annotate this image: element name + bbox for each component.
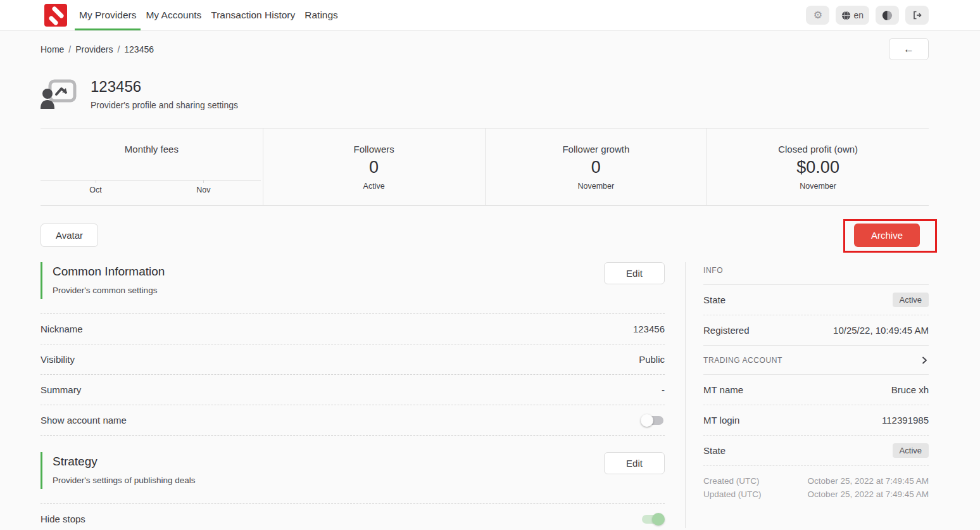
stat-caption: November: [800, 182, 836, 191]
section-subtitle: Provider's settings of publishing deals: [53, 476, 195, 485]
logout-icon: [912, 10, 922, 20]
stat-value: 0: [591, 158, 601, 177]
field-label: Updated (UTC): [703, 488, 762, 501]
back-arrow-icon: ←: [903, 43, 914, 56]
stats-row: Monthly fees Oct Nov Followers 0 Active …: [41, 128, 929, 206]
breadcrumb: Home / Providers / 123456: [41, 44, 154, 54]
nav-spacer: [343, 0, 807, 30]
info-sidebar: INFO State Active Registered 10/25/22, 1…: [703, 262, 929, 528]
field-label: Nickname: [41, 324, 83, 334]
columns: Common Information Provider's common set…: [41, 262, 929, 528]
monthly-fees-chart: Oct Nov: [41, 180, 261, 195]
field-label: State: [703, 294, 726, 305]
field-label: Hide stops: [41, 514, 85, 524]
section-subtitle: Provider's common settings: [53, 286, 165, 295]
row-visibility: Visibility Public: [41, 344, 665, 375]
row-show-account-name: Show account name: [41, 405, 665, 436]
avatar-button[interactable]: Avatar: [41, 224, 98, 247]
field-label: Registered: [703, 325, 750, 336]
row-updated: Updated (UTC) October 25, 2022 at 7:49:4…: [703, 488, 929, 501]
row-summary: Summary -: [41, 375, 665, 405]
nav-my-providers[interactable]: My Providers: [75, 0, 141, 30]
logout-button[interactable]: [905, 6, 929, 25]
stat-title: Monthly fees: [125, 144, 179, 155]
field-label: Summary: [41, 384, 81, 395]
stat-title: Followers: [354, 144, 394, 155]
main-nav: My Providers My Accounts Transaction His…: [75, 0, 343, 30]
section-title: Common Information: [53, 265, 165, 279]
trading-account-heading-label: TRADING ACCOUNT: [703, 356, 782, 365]
gear-icon: ⚙: [814, 10, 822, 20]
field-value: 10/25/22, 10:49:45 AM: [833, 325, 929, 336]
stat-card-follower-growth: Follower growth 0 November: [485, 129, 707, 205]
breadcrumb-separator: /: [117, 44, 120, 54]
common-info-titles: Common Information Provider's common set…: [41, 262, 165, 299]
toggle-thumb: [652, 513, 665, 526]
stat-value: $0.00: [796, 158, 839, 177]
chart-tick-label: Nov: [196, 186, 210, 194]
hide-stops-toggle[interactable]: [641, 513, 665, 526]
field-label: Show account name: [41, 415, 127, 426]
common-info-rows: Nickname 123456 Visibility Public Summar…: [41, 313, 665, 436]
status-badge: Active: [893, 293, 929, 307]
stat-title: Closed profit (own): [778, 144, 858, 155]
row-account-state: State Active: [703, 436, 929, 466]
common-info-edit-button[interactable]: Edit: [604, 262, 665, 284]
row-nickname: Nickname 123456: [41, 314, 665, 344]
stat-card-closed-profit: Closed profit (own) $0.00 November: [707, 129, 929, 205]
field-value: Public: [639, 354, 665, 365]
chart-tick: [203, 180, 204, 183]
field-label: MT login: [703, 415, 739, 426]
stat-card-monthly-fees: Monthly fees Oct Nov: [41, 129, 263, 205]
field-label: Visibility: [41, 354, 75, 365]
show-account-name-toggle[interactable]: [641, 414, 665, 427]
page-header-text: 123456 Provider's profile and sharing se…: [91, 78, 238, 110]
strategy-rows: Hide stops: [41, 503, 665, 530]
field-label: MT name: [703, 384, 743, 395]
row-mt-name: MT name Bruce xh: [703, 375, 929, 405]
chart-tick-label: Oct: [89, 186, 101, 194]
page-header: 123456 Provider's profile and sharing se…: [41, 78, 929, 110]
nav-transaction-history[interactable]: Transaction History: [206, 0, 299, 30]
language-label: en: [853, 10, 864, 20]
row-registered: Registered 10/25/22, 10:49:45 AM: [703, 315, 929, 346]
archive-wrap: Archive: [854, 224, 920, 247]
breadcrumb-separator: /: [68, 44, 71, 54]
theme-contrast-button[interactable]: [876, 6, 899, 25]
field-value: October 25, 2022 at 7:49:45 AM: [808, 488, 929, 501]
stat-caption: Active: [363, 182, 385, 191]
page-subtitle: Provider's profile and sharing settings: [91, 100, 238, 110]
field-value: 123456: [633, 324, 665, 334]
strategy-header: Strategy Provider's settings of publishi…: [41, 452, 665, 489]
trading-account-heading[interactable]: TRADING ACCOUNT: [703, 346, 929, 375]
top-nav: My Providers My Accounts Transaction His…: [0, 0, 980, 31]
stat-caption: November: [578, 182, 615, 191]
strategy-titles: Strategy Provider's settings of publishi…: [41, 452, 195, 489]
main-column: Common Information Provider's common set…: [41, 262, 665, 528]
row-created: Created (UTC) October 25, 2022 at 7:49:4…: [703, 474, 929, 488]
chart-axis: [41, 180, 261, 180]
timestamps-block: Created (UTC) October 25, 2022 at 7:49:4…: [703, 466, 929, 501]
contrast-icon: [882, 10, 893, 21]
strategy-edit-button[interactable]: Edit: [604, 452, 665, 474]
archive-button[interactable]: Archive: [854, 224, 920, 247]
settings-button[interactable]: ⚙: [806, 6, 829, 25]
info-heading-label: INFO: [703, 266, 723, 275]
field-value: -: [662, 384, 665, 395]
breadcrumb-home[interactable]: Home: [41, 44, 64, 54]
field-value: 112391985: [882, 415, 929, 426]
nav-buttons: ⚙ en: [806, 0, 929, 30]
nav-ratings[interactable]: Ratings: [300, 0, 342, 30]
column-divider: [685, 262, 686, 528]
field-value: October 25, 2022 at 7:49:45 AM: [808, 474, 929, 488]
breadcrumb-row: Home / Providers / 123456 ←: [0, 31, 980, 66]
field-label: State: [703, 445, 726, 456]
page-title: 123456: [91, 78, 238, 96]
breadcrumb-current: 123456: [124, 44, 154, 54]
back-button[interactable]: ←: [889, 38, 929, 60]
stat-value: 0: [369, 158, 379, 177]
nav-my-accounts[interactable]: My Accounts: [141, 0, 206, 30]
language-button[interactable]: en: [836, 6, 869, 25]
breadcrumb-providers[interactable]: Providers: [75, 44, 113, 54]
app-logo-icon[interactable]: [44, 4, 67, 27]
